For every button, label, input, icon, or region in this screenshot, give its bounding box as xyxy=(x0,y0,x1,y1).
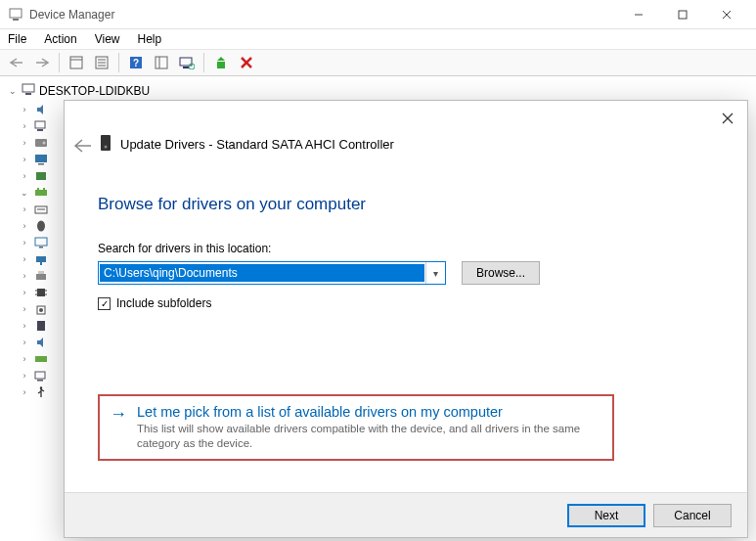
next-button[interactable]: Next xyxy=(567,504,645,527)
menu-view[interactable]: View xyxy=(95,32,120,46)
processor-icon xyxy=(33,286,49,299)
svg-rect-52 xyxy=(35,372,45,379)
svg-rect-3 xyxy=(679,11,687,19)
action-center-button[interactable] xyxy=(151,52,172,73)
scan-hardware-button[interactable] xyxy=(176,52,198,73)
svg-rect-31 xyxy=(35,190,47,196)
svg-rect-30 xyxy=(36,172,46,180)
toolbar: ? xyxy=(0,49,756,76)
software-device-icon xyxy=(33,319,49,333)
arrow-right-icon: → xyxy=(110,404,127,451)
include-subfolders-label: Include subfolders xyxy=(116,296,211,310)
svg-rect-19 xyxy=(217,62,225,68)
svg-point-27 xyxy=(43,141,46,144)
svg-rect-32 xyxy=(37,188,39,190)
svg-rect-25 xyxy=(37,129,43,131)
sound-controller-icon xyxy=(33,336,49,349)
security-device-icon xyxy=(33,302,49,316)
svg-rect-0 xyxy=(10,9,22,18)
network-icon xyxy=(33,252,49,266)
svg-point-58 xyxy=(105,146,108,149)
display-icon xyxy=(33,153,49,166)
svg-rect-53 xyxy=(37,380,43,382)
help-button[interactable]: ? xyxy=(125,52,147,73)
checkbox-checked-icon: ✓ xyxy=(98,297,111,310)
svg-text:?: ? xyxy=(133,58,139,68)
ide-controller-icon xyxy=(33,186,49,200)
update-drivers-dialog: Update Drivers - Standard SATA AHCI Cont… xyxy=(64,100,748,538)
svg-rect-22 xyxy=(22,84,34,92)
menu-file[interactable]: File xyxy=(8,32,26,46)
svg-rect-51 xyxy=(35,356,47,362)
update-driver-button[interactable] xyxy=(210,52,232,73)
dialog-back-button[interactable] xyxy=(72,138,92,158)
app-icon xyxy=(8,7,23,23)
audio-icon xyxy=(33,103,49,116)
svg-rect-43 xyxy=(37,289,45,296)
dialog-heading: Browse for drivers on your computer xyxy=(98,195,714,214)
svg-rect-17 xyxy=(183,67,189,68)
svg-rect-37 xyxy=(35,238,47,246)
storage-controller-icon xyxy=(33,352,49,366)
root-label: DESKTOP-LDIDKBU xyxy=(39,84,150,98)
maximize-button[interactable] xyxy=(660,0,704,29)
svg-rect-6 xyxy=(70,57,82,68)
dialog-close-button[interactable] xyxy=(716,107,739,130)
menubar: File Action View Help xyxy=(0,29,756,49)
computer-icon xyxy=(22,82,35,99)
show-hide-console-tree-button[interactable] xyxy=(66,52,87,73)
firmware-icon xyxy=(33,169,49,183)
dialog-footer: Next Cancel xyxy=(65,492,747,537)
svg-rect-33 xyxy=(43,188,45,190)
path-combobox[interactable]: C:\Users\qing\Documents ▾ xyxy=(98,261,446,285)
back-button[interactable] xyxy=(6,52,27,73)
option-title: Let me pick from a list of available dri… xyxy=(137,404,602,420)
svg-rect-28 xyxy=(35,155,47,162)
svg-rect-24 xyxy=(35,121,45,128)
menu-action[interactable]: Action xyxy=(44,32,76,46)
svg-rect-42 xyxy=(38,271,44,274)
dialog-header: Update Drivers - Standard SATA AHCI Cont… xyxy=(99,134,394,155)
keyboard-icon xyxy=(33,203,49,216)
svg-point-54 xyxy=(40,386,42,388)
svg-rect-39 xyxy=(36,256,46,262)
window-title: Device Manager xyxy=(29,8,114,22)
collapse-icon[interactable]: ⌄ xyxy=(8,86,18,96)
menu-help[interactable]: Help xyxy=(138,32,162,46)
usb-controller-icon xyxy=(33,385,49,399)
cancel-button[interactable]: Cancel xyxy=(653,504,732,527)
close-button[interactable] xyxy=(704,0,748,29)
search-location-label: Search for drivers in this location: xyxy=(98,242,714,255)
svg-rect-38 xyxy=(39,247,43,248)
monitor-icon xyxy=(33,236,49,249)
system-device-icon xyxy=(33,369,49,383)
print-queue-icon xyxy=(33,269,49,283)
include-subfolders-checkbox[interactable]: ✓ Include subfolders xyxy=(98,296,714,310)
svg-rect-29 xyxy=(38,163,44,165)
svg-rect-57 xyxy=(101,135,111,151)
disk-icon xyxy=(33,136,49,150)
separator xyxy=(203,53,204,72)
tree-root[interactable]: ⌄ DESKTOP-LDIDKBU xyxy=(2,80,174,101)
drive-icon xyxy=(99,134,112,155)
minimize-button[interactable] xyxy=(616,0,660,29)
chevron-down-icon[interactable]: ▾ xyxy=(425,262,445,284)
computer-icon xyxy=(33,119,49,133)
svg-rect-23 xyxy=(25,93,31,95)
let-me-pick-option[interactable]: → Let me pick from a list of available d… xyxy=(98,394,614,461)
svg-rect-14 xyxy=(156,57,167,68)
path-value: C:\Users\qing\Documents xyxy=(100,264,424,282)
browse-button[interactable]: Browse... xyxy=(462,261,540,285)
uninstall-button[interactable] xyxy=(236,52,257,73)
separator xyxy=(118,53,119,72)
dialog-title: Update Drivers - Standard SATA AHCI Cont… xyxy=(120,137,394,152)
mouse-icon xyxy=(33,219,49,233)
svg-rect-41 xyxy=(36,274,46,280)
option-description: This list will show available drivers co… xyxy=(137,422,602,451)
forward-button[interactable] xyxy=(31,52,53,73)
titlebar: Device Manager xyxy=(0,0,756,29)
properties-button[interactable] xyxy=(91,52,112,73)
separator xyxy=(59,53,60,72)
svg-rect-50 xyxy=(37,321,45,331)
svg-rect-1 xyxy=(13,19,19,21)
